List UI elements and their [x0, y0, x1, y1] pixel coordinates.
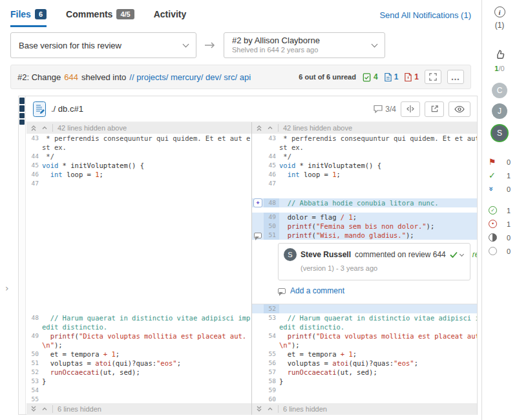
line-number[interactable]: 51 — [264, 231, 279, 240]
code-line-added[interactable]: ✦48 // Abbatia hodie conubia litora nunc… — [252, 198, 477, 207]
double-chevron-down-icon[interactable] — [30, 406, 37, 412]
line-number[interactable]: 53 — [26, 377, 42, 386]
line-number[interactable]: 55 — [264, 350, 279, 359]
code-line[interactable]: 53} — [26, 377, 251, 386]
code-line[interactable]: st ex. — [26, 143, 251, 152]
line-number[interactable]: 48 — [264, 198, 279, 207]
code-line[interactable]: edit distinctio. — [26, 322, 251, 331]
line-number[interactable]: 50 — [264, 222, 279, 231]
line-number[interactable]: 45 — [264, 161, 279, 170]
vote-up-button[interactable] — [494, 49, 505, 63]
code-line[interactable]: 49 printf("Dicta voluptas mollitia est p… — [26, 331, 251, 341]
code-line[interactable]: 56 voluptas = atoi(qui)?quas:"eos"; — [252, 359, 477, 368]
code-line[interactable]: 55 et = tempora + 1; — [252, 350, 477, 359]
line-number[interactable]: 54 — [26, 386, 42, 395]
code-line[interactable]: 43 * perferendis consequuntur qui quidem… — [26, 134, 251, 143]
tab-files[interactable]: Files 6 — [10, 9, 47, 27]
add-comment-button[interactable]: Add a comment — [278, 280, 470, 301]
file-comments-count[interactable]: 3/4 — [374, 105, 396, 114]
line-number[interactable]: 60 — [264, 395, 279, 403]
line-number[interactable]: 44 — [264, 152, 279, 161]
line-number[interactable]: 44 — [26, 152, 42, 161]
code-line[interactable]: 48 // Harum quaerat in distinctio vitae … — [26, 313, 251, 322]
code-line[interactable]: \n"); — [252, 341, 477, 350]
double-chevron-up-icon[interactable] — [256, 125, 262, 131]
code-line[interactable]: 47 — [252, 179, 477, 188]
expand-hidden-below-left[interactable]: 6 lines hidden — [26, 403, 251, 415]
line-number[interactable]: 58 — [264, 377, 279, 386]
code-line[interactable]: 59 — [252, 386, 477, 395]
code-line[interactable]: 47 — [26, 179, 251, 188]
line-number[interactable] — [26, 341, 42, 350]
tab-activity[interactable]: Activity — [154, 9, 187, 27]
line-number[interactable]: 59 — [264, 386, 279, 395]
line-number[interactable]: 49 — [26, 331, 42, 341]
more-options-button[interactable]: … — [447, 70, 464, 84]
code-line-added[interactable]: 52 — [252, 304, 477, 313]
info-icon[interactable]: i — [494, 6, 505, 17]
avatar-participant-2[interactable]: J — [492, 103, 507, 119]
tab-comments[interactable]: Comments 4/5 — [66, 9, 134, 27]
sidebar-metric-failed[interactable]: •1 — [489, 220, 511, 228]
code-line[interactable]: 46 int loop = 1; — [252, 170, 477, 179]
line-number[interactable] — [264, 341, 279, 350]
double-chevron-down-icon[interactable] — [256, 406, 262, 412]
line-number[interactable] — [26, 143, 42, 152]
line-number[interactable]: 46 — [26, 170, 42, 179]
line-number[interactable]: 46 — [264, 170, 279, 179]
sidebar-metric-approvals[interactable]: ✓1 — [489, 171, 511, 180]
line-number[interactable]: 54 — [264, 331, 279, 341]
line-number[interactable]: 52 — [26, 368, 42, 377]
chevron-up-icon[interactable] — [41, 125, 48, 131]
open-file-button[interactable] — [425, 101, 444, 117]
sidebar-metric-not-started[interactable]: 0 — [489, 247, 511, 255]
mark-viewed-button[interactable] — [448, 101, 470, 117]
change-map-scrollbar[interactable] — [19, 96, 26, 414]
line-number[interactable]: 43 — [26, 134, 42, 143]
code-line[interactable]: 44 */ — [252, 152, 477, 161]
code-line[interactable]: 43 * perferendis consequuntur qui quidem… — [252, 134, 477, 143]
sidebar-metric-requires-revision[interactable]: »0 — [489, 185, 511, 193]
line-number[interactable]: 57 — [264, 368, 279, 377]
line-number[interactable]: 56 — [264, 359, 279, 368]
code-line[interactable]: edit distinctio. — [252, 322, 477, 331]
code-line-added[interactable]: 50 printf("Femina sem bis non dolor."); — [252, 222, 477, 231]
chevron-up-icon[interactable] — [41, 406, 48, 412]
code-line[interactable]: 55 — [26, 395, 251, 403]
depot-path-links[interactable]: // projects/ mercury/ dev/ src/ api — [129, 72, 251, 82]
sidebar-metric-flags[interactable]: ⚑0 — [489, 158, 511, 166]
line-number[interactable]: 55 — [26, 395, 42, 403]
base-version-select[interactable]: Base version for this review — [10, 32, 196, 58]
line-number[interactable]: 43 — [264, 134, 279, 143]
sidebar-metric-in-progress[interactable]: 0 — [489, 233, 511, 242]
send-notifications-link[interactable]: Send All Notifications (1) — [379, 10, 471, 27]
code-line[interactable]: 51 voluptas = atoi(qui)?quas:"eos"; — [26, 359, 251, 368]
code-line[interactable]: \n"); — [26, 341, 251, 350]
target-version-select[interactable]: #2 by Allison Clayborne Shelved in 644 2… — [224, 32, 385, 58]
code-line[interactable]: 58} — [252, 377, 477, 386]
code-line[interactable]: 45void * initVoluptatem() { — [252, 161, 477, 170]
comment-state-dropdown[interactable] — [450, 251, 463, 258]
diff-view-toggle-button[interactable] — [401, 101, 420, 117]
code-line[interactable]: st ex. — [252, 143, 477, 152]
code-line[interactable]: 44 */ — [26, 152, 251, 161]
comment-author[interactable]: Steve Russell — [301, 250, 351, 259]
expand-hidden-above-left[interactable]: 42 lines hidden above — [26, 122, 251, 134]
line-number[interactable]: 52 — [264, 304, 279, 313]
code-line[interactable]: 46 int loop = 1; — [26, 170, 251, 179]
expand-hidden-above-right[interactable]: 42 lines hidden above — [252, 122, 477, 134]
code-line[interactable]: 52 runOccaecati(ut, sed); — [26, 368, 251, 377]
code-line-added[interactable]: 49 dolor = flag / 1; — [252, 213, 477, 222]
fullscreen-button[interactable] — [425, 70, 441, 84]
avatar-participant-3-active[interactable]: S — [492, 125, 507, 141]
code-line[interactable]: 57 runOccaecati(ut, sed); — [252, 368, 477, 377]
code-line[interactable]: 50 et = tempora + 1; — [26, 350, 251, 359]
line-number[interactable]: 53 — [264, 313, 279, 322]
ai-suggestion-icon[interactable]: ✦ — [252, 198, 264, 207]
double-chevron-up-icon[interactable] — [30, 125, 37, 131]
code-line[interactable]: 60 — [252, 395, 477, 403]
line-number[interactable]: 47 — [264, 179, 279, 188]
line-number[interactable]: 45 — [26, 161, 42, 170]
code-line[interactable]: 45void * initVoluptatem() { — [26, 161, 251, 170]
line-number[interactable]: 50 — [26, 350, 42, 359]
